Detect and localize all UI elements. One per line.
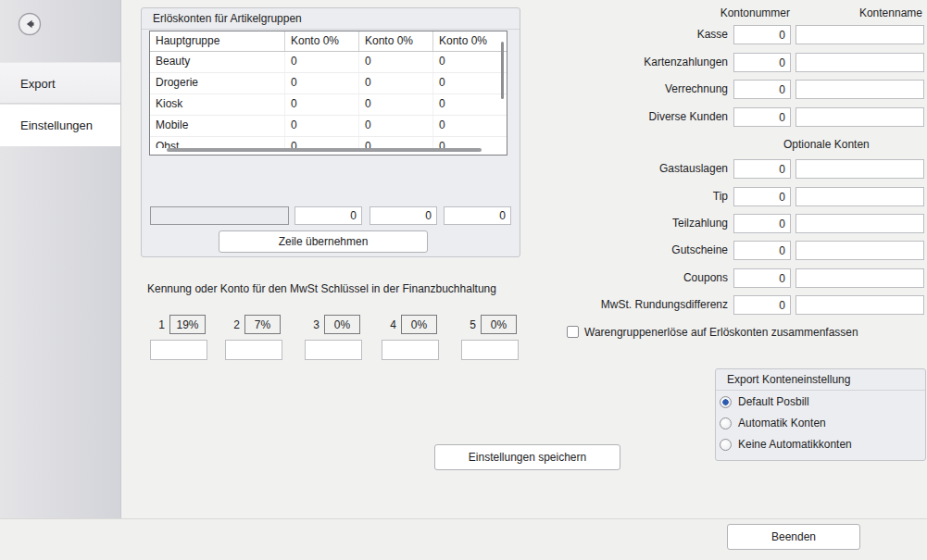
mwst-key-group: 27%	[225, 315, 286, 367]
mwst-konto-input[interactable]	[461, 340, 519, 360]
table-cell-hauptgruppe: Mobile	[150, 116, 285, 136]
beenden-button[interactable]: Beenden	[727, 524, 860, 550]
mwst-key-index: 3	[305, 318, 319, 331]
table-cell-konto: 0	[285, 52, 359, 72]
mwst-konto-input[interactable]	[382, 340, 439, 360]
edit-konto1-input[interactable]	[294, 206, 362, 225]
sidebar-item-einstellungen[interactable]: Einstellungen	[0, 105, 120, 146]
mwst-section-title: Kennung oder Konto für den MwSt Schlüsse…	[147, 282, 496, 295]
edit-konto3-input[interactable]	[444, 206, 511, 225]
table-row[interactable]: Kiosk000	[150, 94, 507, 116]
table-cell-konto: 0	[433, 137, 507, 148]
account-name-input[interactable]	[795, 107, 924, 127]
radio-option-label: Keine Automatikkonten	[738, 438, 852, 452]
mwst-rate-box: 19%	[169, 315, 206, 334]
horizontal-scrollbar[interactable]	[167, 148, 482, 152]
sidebar-item-export[interactable]: Export	[0, 62, 120, 104]
account-name-input[interactable]	[795, 241, 924, 260]
warengruppen-checkbox[interactable]	[567, 326, 579, 338]
account-name-input[interactable]	[795, 268, 924, 288]
vertical-scrollbar[interactable]	[501, 42, 504, 99]
mwst-konto-input[interactable]	[150, 340, 207, 360]
account-label: Verrechnung	[556, 82, 728, 95]
table-cell-hauptgruppe: Obst	[150, 137, 285, 148]
account-name-input[interactable]	[795, 159, 924, 179]
account-label: Diverse Kunden	[556, 110, 728, 123]
radio-option-label: Default Posbill	[738, 395, 809, 409]
account-number-input[interactable]	[733, 187, 791, 206]
sidebar: Export Einstellungen	[0, 0, 121, 518]
account-name-input[interactable]	[795, 25, 924, 44]
account-label: Kasse	[556, 28, 728, 41]
export-konteneinstellung-groupbox: Export Konteneinstellung Default Posbill…	[715, 368, 926, 461]
account-number-input[interactable]	[733, 80, 791, 99]
table-cell-konto: 0	[359, 52, 433, 72]
mwst-konto-input[interactable]	[225, 340, 282, 360]
table-header-row: Hauptgruppe Konto 0% Konto 0% Konto 0%	[150, 31, 507, 52]
erloeskonten-groupbox: Erlöskonten für Artikelgruppen Hauptgrup…	[141, 7, 520, 257]
table-cell-konto: 0	[433, 73, 507, 93]
table-row[interactable]: Beauty000	[150, 52, 507, 73]
back-arrow-icon	[18, 12, 42, 36]
account-number-input[interactable]	[733, 241, 791, 260]
table-cell-konto: 0	[433, 52, 507, 72]
table-cell-konto: 0	[285, 94, 359, 115]
account-label: Coupons	[556, 271, 728, 284]
table-row[interactable]: Drogerie000	[150, 73, 507, 94]
table-header-konto1[interactable]: Konto 0%	[285, 31, 359, 51]
mwst-key-index: 2	[225, 318, 240, 331]
radio-icon	[720, 439, 732, 451]
accounts-panel: Kontonummer Kontenname Optionale Konten …	[556, 0, 927, 361]
account-name-input[interactable]	[795, 187, 924, 206]
account-number-input[interactable]	[733, 295, 791, 315]
table-cell-konto: 0	[433, 94, 507, 115]
mwst-rate-box: 0%	[401, 315, 437, 334]
table-header-konto3[interactable]: Konto 0%	[433, 31, 507, 51]
account-name-input[interactable]	[795, 295, 924, 315]
account-number-input[interactable]	[733, 159, 791, 179]
table-cell-konto: 0	[285, 73, 359, 93]
mwst-key-group: 40%	[382, 315, 443, 367]
table-cell-hauptgruppe: Beauty	[150, 52, 285, 72]
table-row[interactable]: Obst000	[150, 137, 507, 148]
artikelgruppen-table-body: Beauty000Drogerie000Kiosk000Mobile000Obs…	[150, 52, 507, 148]
account-label: MwSt. Rundungsdifferenz	[556, 298, 728, 311]
account-name-input[interactable]	[795, 214, 924, 233]
account-number-input[interactable]	[733, 214, 791, 233]
mwst-key-group: 50%	[461, 315, 522, 367]
table-cell-konto: 0	[285, 116, 359, 136]
mwst-panel: Kennung oder Konto für den MwSt Schlüsse…	[141, 278, 525, 370]
account-number-input[interactable]	[733, 268, 791, 288]
edit-hauptgruppe-input	[150, 206, 289, 225]
table-row[interactable]: Mobile000	[150, 116, 507, 137]
mwst-konto-input[interactable]	[305, 340, 362, 360]
table-header-hauptgruppe[interactable]: Hauptgruppe	[150, 31, 285, 51]
einstellungen-speichern-button[interactable]: Einstellungen speichern	[434, 444, 620, 470]
radio-option[interactable]: Default Posbill	[720, 395, 809, 410]
footer-bar: Beenden	[0, 518, 927, 560]
table-cell-hauptgruppe: Kiosk	[150, 94, 285, 115]
account-label: Tip	[556, 190, 728, 203]
account-number-input[interactable]	[733, 53, 791, 72]
account-number-input[interactable]	[733, 25, 791, 44]
erloeskonten-groupbox-title: Erlöskonten für Artikelgruppen	[142, 8, 520, 30]
mwst-rate-box: 0%	[481, 315, 517, 334]
mwst-key-group: 30%	[305, 315, 366, 367]
radio-icon	[720, 396, 732, 408]
table-cell-hauptgruppe: Drogerie	[150, 73, 285, 93]
table-header-konto2[interactable]: Konto 0%	[359, 31, 433, 51]
mwst-key-index: 1	[150, 318, 165, 331]
account-name-input[interactable]	[795, 80, 924, 99]
radio-option[interactable]: Automatik Konten	[720, 417, 826, 431]
zeile-uebernehmen-button[interactable]: Zeile übernehmen	[219, 230, 428, 253]
kontonummer-header: Kontonummer	[556, 6, 790, 19]
back-button[interactable]	[18, 12, 42, 36]
edit-konto2-input[interactable]	[370, 206, 437, 225]
account-number-input[interactable]	[733, 107, 791, 127]
radio-option[interactable]: Keine Automatikkonten	[720, 438, 852, 453]
table-cell-konto: 0	[359, 116, 433, 136]
artikelgruppen-table: Hauptgruppe Konto 0% Konto 0% Konto 0% B…	[149, 31, 507, 156]
mwst-key-group: 119%	[150, 315, 211, 367]
account-label: Kartenzahlungen	[556, 56, 728, 68]
account-name-input[interactable]	[795, 53, 924, 72]
